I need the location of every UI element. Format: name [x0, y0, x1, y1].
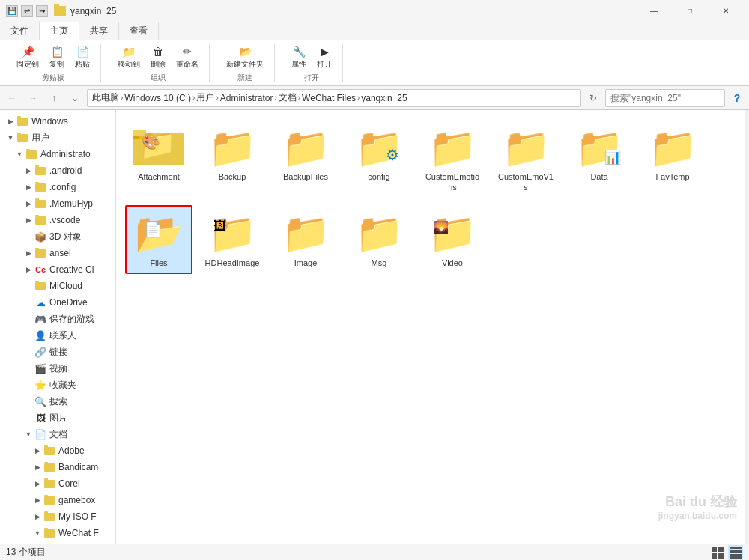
path-pc[interactable]: 此电脑	[92, 91, 119, 104]
sidebar-item-myiso[interactable]: ▶ My ISO F	[0, 508, 115, 525]
sidebar-item-users[interactable]: ▼ 用户	[0, 130, 115, 146]
file-item-config[interactable]: 📁 ⚙ config	[345, 119, 413, 199]
forward-button[interactable]: →	[24, 89, 42, 107]
expand-icon: ▼	[24, 430, 33, 439]
sidebar-item-windows[interactable]: ▶ Windows	[0, 113, 115, 130]
sidebar-item-bandicam[interactable]: ▶ Bandicam	[0, 459, 115, 475]
paste-button[interactable]: 📄 粘贴	[70, 43, 94, 71]
properties-button[interactable]: 🔧 属性	[287, 43, 311, 71]
cc-icon: Cc	[34, 264, 46, 276]
tab-share[interactable]: 共享	[79, 22, 119, 40]
details-view-button[interactable]	[728, 545, 743, 560]
sidebar-item-corel[interactable]: ▶ Corel	[0, 475, 115, 492]
sidebar-item-searches[interactable]: ▶ 🔍 搜索	[0, 393, 115, 410]
open-button[interactable]: ▶ 打开	[312, 43, 336, 71]
sidebar-item-videos[interactable]: ▶ 🎬 视频	[0, 360, 115, 377]
svg-rect-8	[718, 553, 724, 559]
path-docs[interactable]: 文档	[279, 91, 297, 104]
file-item-files[interactable]: 📂 📄 Files	[125, 205, 192, 274]
right-scrollbar[interactable]	[745, 110, 749, 544]
file-label: FavTemp	[655, 171, 689, 182]
sidebar-item-android[interactable]: ▶ .android	[0, 162, 115, 179]
large-icons-view-button[interactable]	[710, 545, 725, 560]
undo-icon[interactable]: ↩	[21, 5, 33, 17]
sidebar-item-contacts[interactable]: ▶ 👤 联系人	[0, 327, 115, 344]
svg-rect-7	[712, 553, 717, 559]
tab-home[interactable]: 主页	[40, 22, 79, 40]
sidebar-item-administrator[interactable]: ▼ Administrato	[0, 146, 115, 162]
pictures-icon: 🖼	[34, 412, 46, 424]
sidebar-item-3d[interactable]: ▶ 📦 3D 对象	[0, 228, 115, 245]
file-item-backupfiles[interactable]: 📁 BackupFiles	[272, 119, 339, 199]
address-path[interactable]: 此电脑 › Windows 10 (C:) › 用户 › Administrat…	[87, 89, 581, 107]
search-input[interactable]	[606, 93, 725, 103]
folder-icon-sm	[34, 165, 46, 177]
sidebar-label: 搜索	[49, 395, 67, 408]
expand-icon: ▶	[24, 249, 33, 258]
status-count: 13 个项目	[6, 546, 46, 559]
close-button[interactable]: ✕	[709, 0, 743, 22]
help-button[interactable]: ?	[728, 89, 746, 107]
minimize-button[interactable]: —	[637, 0, 671, 22]
delete-button[interactable]: 🗑 删除	[146, 43, 170, 71]
sidebar-item-allusers[interactable]: ▶ All User	[0, 541, 115, 544]
new-folder-icon: 📂	[237, 44, 252, 59]
file-item-customemotions[interactable]: 📁 CustomEmotions	[419, 119, 486, 199]
sidebar-item-saved-games[interactable]: ▶ 🎮 保存的游戏	[0, 311, 115, 327]
refresh-button[interactable]: ↻	[584, 89, 602, 107]
expand-icon: ▶	[6, 117, 15, 126]
sidebar-item-config[interactable]: ▶ .config	[0, 179, 115, 195]
onedrive-icon: ☁	[34, 296, 46, 308]
address-bar: ← → ↑ ⌄ 此电脑 › Windows 10 (C:) › 用户 › Adm…	[0, 86, 749, 110]
path-admin[interactable]: Administrator	[220, 93, 273, 103]
file-item-backup[interactable]: 📁 Backup	[198, 119, 266, 199]
up-button[interactable]: ↑	[45, 89, 63, 107]
maximize-button[interactable]: □	[673, 0, 707, 22]
file-item-msg[interactable]: 📁 Msg	[345, 205, 413, 274]
folder-attachment-icon: 🗂 📁 🎨	[133, 125, 185, 170]
videos-icon: 🎬	[34, 362, 46, 374]
folder-icon-sm	[34, 247, 46, 259]
copy-button[interactable]: 📋 复制	[45, 43, 69, 71]
sidebar-item-creative-cloud[interactable]: ▶ Cc Creative Cl	[0, 261, 115, 278]
back-button[interactable]: ←	[3, 89, 21, 107]
rename-button[interactable]: ✏ 重命名	[172, 43, 203, 71]
sidebar-item-links[interactable]: ▶ 🔗 链接	[0, 344, 115, 360]
folder-customemotions-icon: 📁	[426, 125, 479, 170]
pin-button[interactable]: 📌 固定到	[12, 43, 43, 71]
recent-paths-button[interactable]: ⌄	[66, 89, 84, 107]
quick-access-icon[interactable]: 💾	[6, 5, 18, 17]
move-button[interactable]: 📁 移动到	[113, 43, 145, 71]
sidebar-item-micloud[interactable]: ▶ MiCloud	[0, 278, 115, 294]
sidebar-item-pictures[interactable]: ▶ 🖼 图片	[0, 410, 115, 426]
sidebar-item-gamebox[interactable]: ▶ gamebox	[0, 492, 115, 508]
file-item-customemov1s[interactable]: 📁 CustomEmoV1s	[492, 119, 560, 199]
path-windows10[interactable]: Windows 10 (C:)	[124, 93, 191, 103]
sidebar-item-documents[interactable]: ▼ 📄 文档	[0, 426, 115, 442]
sidebar-item-onedrive[interactable]: ▶ ☁ OneDrive	[0, 294, 115, 311]
file-item-favtemp[interactable]: 📁 FavTemp	[639, 119, 706, 199]
sidebar-label: 收藏夹	[49, 379, 76, 392]
sidebar-item-ansel[interactable]: ▶ ansel	[0, 245, 115, 261]
sidebar-item-memuhyp[interactable]: ▶ .MemuHyp	[0, 195, 115, 212]
sidebar-item-wechat[interactable]: ▼ WeChat F	[0, 525, 115, 541]
path-yangxin[interactable]: yangxin_25	[361, 93, 407, 103]
file-item-video[interactable]: 📁 🌄 Video	[419, 205, 486, 274]
tab-view[interactable]: 查看	[119, 22, 159, 40]
path-wechat[interactable]: WeChat Files	[302, 93, 356, 103]
tab-file[interactable]: 文件	[0, 22, 40, 40]
sidebar-item-favorites[interactable]: ▶ ⭐ 收藏夹	[0, 377, 115, 393]
file-item-image[interactable]: 📁 Image	[272, 205, 339, 274]
file-item-data[interactable]: 📁 📊 Data	[565, 119, 633, 199]
expand-icon: ▶	[24, 183, 33, 192]
sidebar-item-vscode[interactable]: ▶ .vscode	[0, 212, 115, 228]
folder-backup-icon: 📁	[206, 125, 258, 170]
new-folder-button[interactable]: 📂 新建文件夹	[222, 43, 268, 71]
sidebar-item-adobe[interactable]: ▶ Adobe	[0, 442, 115, 459]
file-item-attachment[interactable]: 🗂 📁 🎨 Attachment	[125, 119, 192, 199]
file-item-hdheadimage[interactable]: 📁 🖼 HDHeadImage	[198, 205, 266, 274]
sidebar-label: Bandicam	[58, 462, 98, 472]
redo-icon[interactable]: ↪	[36, 5, 48, 17]
file-label: BackupFiles	[283, 171, 328, 182]
path-users[interactable]: 用户	[196, 91, 214, 104]
